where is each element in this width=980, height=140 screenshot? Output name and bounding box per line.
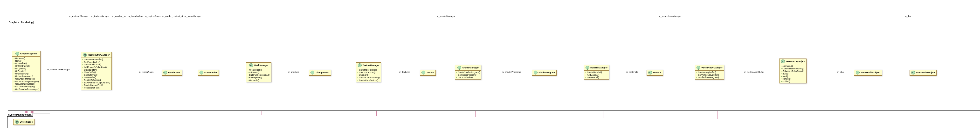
edge-label: m_renderPools bbox=[139, 71, 153, 73]
class-method: UnbindAll() bbox=[357, 74, 380, 76]
edge-label: m_materials bbox=[626, 71, 638, 73]
class-method: CreateCapturePool() bbox=[82, 84, 110, 87]
class-method: GetCubeTexture() bbox=[357, 71, 380, 74]
top-association-label: m_textureManager bbox=[91, 15, 110, 18]
class-method: Render() bbox=[781, 77, 805, 80]
class-icon: C bbox=[911, 71, 915, 74]
class-method: CreateSimpleTexture() bbox=[357, 76, 380, 79]
class-framebuffer-manager[interactable]: CFramebufferManagerCreateFrameBuffer()Ge… bbox=[81, 52, 112, 90]
class-name-label: RenderPool bbox=[168, 71, 180, 74]
edge-label: m_vbo bbox=[837, 71, 844, 73]
class-name-label: VertexArrayObject bbox=[786, 60, 805, 63]
edge-label: m_meshes bbox=[288, 71, 299, 73]
class-method: AddMaterial() bbox=[585, 74, 608, 76]
class-method: GetMaterialManager() bbox=[13, 83, 39, 85]
class-method: GetSimpleTexture() bbox=[357, 69, 380, 71]
class-material-manager[interactable]: CMaterialManagerCreateMaterial()AddMater… bbox=[584, 65, 609, 80]
top-association-label: m_vertexArrayManager bbox=[659, 15, 681, 18]
class-method: GetVertexArrayManager() bbox=[13, 80, 39, 83]
class-graphics-system[interactable]: CGraphicsSystemGetName()Name()OnInitiali… bbox=[12, 51, 41, 91]
class-method: OnRender() bbox=[13, 70, 39, 72]
class-name-label: GraphicsSystem bbox=[20, 53, 37, 55]
class-method: GetMeshManager() bbox=[13, 75, 39, 77]
class-icon: C bbox=[697, 66, 700, 70]
class-method: OnInitialize() bbox=[13, 62, 39, 65]
class-system-base[interactable]: CSystemBase bbox=[13, 119, 35, 125]
class-method: SaveRenderToCapturePool() bbox=[82, 82, 110, 84]
class-icon: C bbox=[457, 66, 461, 70]
class-method: AddFrameToBufferPool() bbox=[82, 66, 110, 69]
edge-label: m_vertexArrayBuffer bbox=[744, 71, 764, 73]
class-method: ResetBuffer() bbox=[82, 76, 110, 79]
class-icon: C bbox=[15, 120, 19, 124]
class-method: BuildFullScreenQuad() bbox=[247, 74, 270, 76]
class-name-label: IndexBufferObject bbox=[916, 71, 935, 74]
class-method: CreateMaterial() bbox=[585, 71, 608, 74]
class-icon: C bbox=[310, 71, 314, 74]
class-method: GetShaderProgram() bbox=[456, 74, 480, 76]
class-shader-manager[interactable]: CShaderManagerCreateShaderProgram()GetSh… bbox=[455, 65, 481, 80]
class-method: GetMaterial() bbox=[585, 76, 608, 79]
class-name-label: TriangleMesh bbox=[315, 71, 329, 74]
class-icon: C bbox=[358, 63, 362, 67]
class-method: OnUpdate() bbox=[13, 68, 39, 70]
class-method: CreateMesh() bbox=[247, 69, 270, 71]
class-mesh-manager[interactable]: CMeshManagerCreateMesh()AddMesh()BuildFu… bbox=[246, 63, 271, 82]
container-label: SystemManagement bbox=[7, 113, 33, 117]
class-name-label: TextureManager bbox=[363, 64, 379, 66]
class-framebuffer[interactable]: CFramebuffer bbox=[198, 70, 219, 76]
class-method: CreateArrayBuffer() bbox=[696, 71, 723, 74]
class-method: operator=() bbox=[781, 65, 805, 68]
top-association-label: m_capturePools bbox=[145, 15, 161, 18]
class-vertex-array-object[interactable]: CVertexArrayObjectoperator=()GetIndexBuf… bbox=[779, 58, 807, 84]
class-method: GetVertexArrayBuffer() bbox=[696, 74, 723, 76]
class-icon: C bbox=[534, 71, 538, 74]
class-vertex-buffer-object[interactable]: CVertexBufferObject bbox=[854, 70, 882, 76]
class-method: CreateCubeTexture() bbox=[357, 79, 380, 82]
class-icon: C bbox=[856, 71, 860, 74]
container-label: Graphics::Rendering bbox=[8, 21, 34, 24]
class-method: OnStartFrame() bbox=[13, 65, 39, 68]
class-name-label: MeshManager bbox=[254, 64, 269, 66]
class-method: BuildFullScreenQuad() bbox=[696, 76, 723, 79]
top-association-label: m_meshManager bbox=[185, 15, 202, 18]
class-method: GetBufferPool() bbox=[82, 74, 110, 76]
class-name-label: Texture bbox=[426, 71, 434, 74]
class-method: GetSkyShader() bbox=[456, 76, 480, 79]
class-method: GetTextureManager() bbox=[13, 85, 39, 88]
class-method: AddMesh() bbox=[247, 71, 270, 74]
edge-label: m_shaderPrograms bbox=[502, 71, 521, 73]
class-icon: C bbox=[163, 71, 167, 74]
class-shader-program[interactable]: CShaderProgram bbox=[532, 70, 557, 76]
class-method: BuildSphere() bbox=[247, 76, 270, 79]
class-render-pool[interactable]: CRenderPool bbox=[162, 70, 182, 76]
class-method: GetIndexBufferObject() bbox=[781, 68, 805, 70]
top-association-label: m_render_context_ptr bbox=[162, 15, 184, 18]
class-name-label: VertexArrayManager bbox=[702, 66, 722, 69]
class-texture[interactable]: CTexture bbox=[420, 70, 436, 76]
class-name-label: ShaderProgram bbox=[538, 71, 555, 74]
class-method: ResetBufferPool() bbox=[82, 87, 110, 89]
class-method: RenderToScreen() bbox=[82, 79, 110, 82]
class-method: CreateFrameBuffer() bbox=[82, 58, 110, 61]
class-triangle-mesh[interactable]: CTriangleMesh bbox=[309, 70, 331, 76]
class-name-label: Material bbox=[653, 71, 661, 74]
class-method: CreateShaderProgram() bbox=[456, 71, 480, 74]
class-index-buffer-object[interactable]: CIndexBufferObject bbox=[910, 70, 937, 76]
class-method: GetFrameBuffer() bbox=[82, 61, 110, 64]
top-association-label: m_ibo bbox=[905, 15, 911, 18]
class-name-label: SystemBase bbox=[20, 121, 33, 123]
class-name-label: FramebufferManager bbox=[88, 54, 110, 56]
class-icon: C bbox=[83, 53, 87, 57]
class-texture-manager[interactable]: CTextureManagerGetSimpleTexture()GetCube… bbox=[356, 63, 381, 82]
class-material[interactable]: CMaterial bbox=[647, 70, 663, 76]
class-method: GetMesh() bbox=[247, 79, 270, 82]
class-name-label: VertexBufferObject bbox=[861, 71, 880, 74]
class-method: Bind() bbox=[781, 75, 805, 78]
top-association-label: m_framebuffers bbox=[128, 15, 143, 18]
class-vertex-array-manager[interactable]: CVertexArrayManagerCreateArrayBuffer()Ge… bbox=[695, 65, 724, 80]
class-method: Name() bbox=[13, 60, 39, 63]
class-method: GetVertexBufferObject() bbox=[781, 70, 805, 72]
edge-label: m_framebufferManager bbox=[47, 68, 70, 71]
class-method: GetName() bbox=[13, 57, 39, 60]
